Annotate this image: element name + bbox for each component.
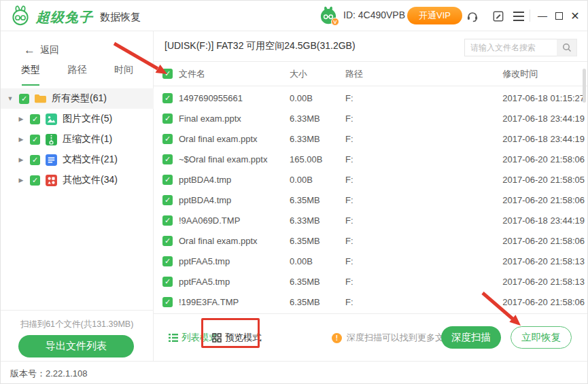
open-vip-button[interactable]: 开通VIP	[407, 7, 462, 24]
row-checkbox[interactable]	[162, 215, 173, 226]
menu-icon[interactable]	[511, 8, 527, 24]
expander-icon[interactable]: ▶	[17, 177, 25, 184]
tree-item[interactable]: ▶ 其他文件(34)	[1, 170, 154, 190]
cell-file-size: 6.33MB	[290, 114, 339, 124]
row-checkbox[interactable]	[162, 93, 173, 103]
column-header-name[interactable]: 文件名	[179, 68, 283, 80]
cell-file-size: 6.35MB	[290, 297, 339, 307]
row-checkbox[interactable]	[162, 195, 173, 205]
select-all-checkbox[interactable]	[162, 69, 173, 79]
expander-icon[interactable]: ▶	[17, 136, 25, 143]
checkbox[interactable]	[19, 94, 29, 104]
checkbox[interactable]	[30, 114, 40, 124]
preview-mode-icon	[212, 333, 222, 343]
column-header-path[interactable]: 路径	[345, 68, 496, 80]
sidebar: ← 返回 类型 路径 时间 ▼	[1, 31, 154, 361]
cell-file-size: 0.00B	[290, 256, 339, 266]
column-header-time[interactable]: 修改时间	[502, 68, 588, 80]
tree-item[interactable]: ▶ 图片文件(5)	[1, 109, 154, 129]
warning-icon: !	[332, 333, 342, 343]
scrollbar-thumb[interactable]	[583, 69, 586, 103]
table-row[interactable]: ~$Oral final exam.pptx 165.00B F: 2017-0…	[154, 149, 588, 169]
deep-scan-button[interactable]: 深度扫描	[441, 326, 501, 349]
tree-item[interactable]: ▶ 压缩文件(1)	[1, 129, 154, 150]
list-mode-icon	[169, 333, 178, 343]
expander-icon[interactable]: ▼	[6, 95, 14, 102]
cell-modified-time: 2017-06-20 21:58:06	[502, 297, 588, 307]
cell-file-path: F:	[345, 93, 496, 103]
cell-file-size: 6.35MB	[290, 236, 339, 246]
tab-label: 时间	[114, 64, 133, 75]
table-row[interactable]: Final exam.pptx 6.33MB F: 2017-06-18 23:…	[154, 108, 588, 128]
table-row[interactable]: !9AA069D.TMP 6.33MB F: 2017-06-18 23:44:…	[154, 210, 588, 230]
export-file-list-button[interactable]: 导出文件列表	[18, 335, 134, 357]
cell-file-size: 6.35MB	[290, 277, 339, 287]
row-checkbox[interactable]	[162, 114, 173, 124]
version-text: 版本号：2.22.1.108	[10, 368, 87, 380]
table-row[interactable]: pptFAA5.tmp 6.35MB F: 2017-06-20 21:58:1…	[154, 271, 588, 292]
cell-file-path: F:	[345, 297, 496, 307]
row-checkbox[interactable]	[162, 236, 173, 246]
tree-item[interactable]: ▼ 所有类型(61)	[1, 88, 154, 109]
row-checkbox[interactable]	[162, 256, 173, 266]
search-input[interactable]	[464, 39, 557, 56]
table-row[interactable]: pptBDA4.tmp 6.35MB F: 2017-06-20 21:58:0…	[154, 190, 588, 210]
row-checkbox[interactable]	[162, 297, 173, 307]
list-mode-button[interactable]: 列表模式	[169, 332, 218, 344]
cell-file-size: 165.00B	[290, 154, 339, 164]
recover-now-button[interactable]: 立即恢复	[511, 326, 572, 349]
close-button[interactable]: ✕	[568, 7, 583, 24]
table-row[interactable]: pptBDA4.tmp 0.00B F: 2017-06-20 21:58:05	[154, 169, 588, 190]
column-header-size[interactable]: 大小	[290, 68, 339, 80]
cell-file-name: pptBDA4.tmp	[179, 195, 283, 205]
scan-summary-box: 扫描到61个文件(共131.39MB) 导出文件列表	[1, 310, 153, 361]
cell-file-name: pptFAA5.tmp	[179, 256, 283, 266]
search-icon	[562, 43, 572, 52]
preview-mode-button[interactable]: 预览模式	[212, 332, 262, 344]
checkbox[interactable]	[30, 175, 40, 186]
back-button[interactable]: ← 返回	[24, 43, 59, 57]
sidebar-tab[interactable]: 路径	[68, 64, 87, 86]
user-avatar[interactable]: V	[319, 6, 338, 25]
cell-file-size: 6.33MB	[290, 215, 339, 226]
cell-file-name: ~$Oral final exam.pptx	[179, 154, 283, 164]
sidebar-tab[interactable]: 类型	[21, 64, 40, 86]
customer-service-icon[interactable]	[464, 8, 481, 24]
back-arrow-icon: ←	[24, 43, 35, 57]
cell-file-path: F:	[345, 215, 496, 226]
minimize-button[interactable]: —	[535, 7, 550, 24]
cell-modified-time: 2017-06-20 21:58:13	[502, 256, 588, 266]
search-button[interactable]	[557, 39, 577, 56]
row-checkbox[interactable]	[162, 175, 173, 185]
maximize-button[interactable]	[551, 7, 566, 24]
table-row[interactable]: Oral final exam.pptx 6.35MB F: 2017-06-2…	[154, 230, 588, 251]
sidebar-tabs: 类型 路径 时间	[1, 64, 154, 86]
tree-item[interactable]: ▶ 文档文件(21)	[1, 150, 154, 170]
expander-icon[interactable]: ▶	[17, 156, 25, 163]
expander-icon[interactable]: ▶	[17, 116, 25, 122]
preview-mode-label: 预览模式	[225, 332, 262, 344]
sidebar-tab[interactable]: 时间	[114, 64, 133, 86]
cell-file-path: F:	[345, 114, 496, 124]
tab-label: 类型	[21, 64, 40, 75]
row-checkbox[interactable]	[162, 277, 173, 287]
row-checkbox[interactable]	[162, 134, 173, 144]
cell-file-name: pptFAA5.tmp	[179, 277, 283, 287]
checkbox[interactable]	[30, 135, 40, 145]
table-row[interactable]: 1497690955661 0.00B F: 2017-06-18 01:15:…	[154, 88, 588, 108]
main-panel: [UDISK(F:)] FAT32 可用空间24.5GB(31.2GB) 文件名…	[154, 31, 588, 361]
table-row[interactable]: !199E3FA.TMP 6.35MB F: 2017-06-20 21:58:…	[154, 292, 588, 312]
cell-file-path: F:	[345, 195, 496, 205]
cell-file-name: Oral final exam.pptx	[179, 236, 283, 246]
tree-item-label: 文档文件(21)	[63, 154, 118, 166]
tree-item-label: 压缩文件(1)	[63, 133, 112, 145]
cell-file-path: F:	[345, 175, 496, 185]
checkbox[interactable]	[30, 155, 40, 165]
row-checkbox[interactable]	[162, 154, 173, 164]
table-row[interactable]: Oral final exam.pptx 6.33MB F: 2017-06-1…	[154, 128, 588, 149]
file-table: 1497690955661 0.00B F: 2017-06-18 01:15:…	[154, 88, 588, 312]
feedback-icon[interactable]	[490, 8, 506, 24]
rabbit-logo-icon	[10, 5, 31, 29]
table-row[interactable]: pptFAA5.tmp 0.00B F: 2017-06-20 21:58:13	[154, 251, 588, 271]
disk-toolbar: [UDISK(F:)] FAT32 可用空间24.5GB(31.2GB)	[154, 31, 588, 62]
